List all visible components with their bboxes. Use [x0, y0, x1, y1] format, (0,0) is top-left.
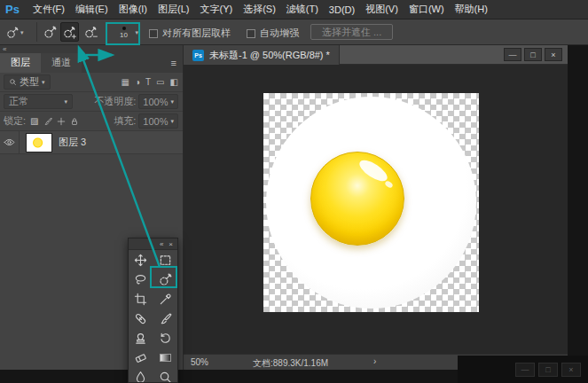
blend-opacity-row: 正常 ▾ 不透明度: 100% ▾ [0, 92, 183, 112]
type-filter-icon[interactable]: T [145, 77, 151, 87]
eraser-icon [134, 351, 147, 364]
yolk-highlight-small [384, 180, 394, 189]
background-minimize-button[interactable]: — [515, 363, 535, 377]
photoshop-window: Ps 文件(F) 编辑(E) 图像(I) 图层(L) 文字(Y) 选择(S) 滤… [0, 0, 588, 383]
tool-preset-picker[interactable]: ▾ [4, 23, 34, 42]
auto-enhance-label: 自动增强 [260, 27, 299, 40]
chevron-down-icon: ▾ [42, 79, 45, 86]
menu-select[interactable]: 选择(S) [238, 3, 281, 16]
gradient-tool-button[interactable] [153, 348, 178, 367]
menu-edit[interactable]: 编辑(E) [70, 3, 114, 16]
menu-file[interactable]: 文件(F) [27, 3, 70, 16]
subtract-from-selection-icon [84, 26, 98, 39]
lock-label: 锁定: [4, 114, 26, 128]
new-selection-icon [43, 26, 57, 39]
background-close-button[interactable]: × [561, 363, 581, 377]
tools-panel: « × [128, 238, 178, 383]
layer-row[interactable]: 图层 3 [0, 131, 183, 154]
close-button[interactable]: × [545, 48, 562, 61]
lock-fill-row: 锁定: ▨ 填充: 100% ▾ [0, 112, 183, 131]
eyedropper-icon [159, 293, 172, 306]
lock-all-icon[interactable] [70, 117, 79, 126]
close-panel-icon[interactable]: × [169, 240, 173, 248]
sample-all-layers-checkbox[interactable]: 对所有图层取样 [149, 27, 231, 40]
dodge-icon [159, 371, 172, 383]
blur-tool-button[interactable] [129, 367, 153, 383]
kind-label: 类型 [20, 75, 39, 89]
filter-kind-dropdown[interactable]: 类型 ▾ [4, 74, 51, 90]
menu-view[interactable]: 视图(V) [360, 3, 404, 16]
maximize-button[interactable]: □ [524, 48, 542, 61]
lock-pixels-brush-icon[interactable] [43, 117, 52, 126]
menu-3d[interactable]: 3D(D) [324, 4, 360, 15]
eye-icon [4, 137, 15, 148]
document-size-info: 文档:889.3K/1.16M [253, 357, 328, 370]
tab-channels[interactable]: 通道 [41, 53, 82, 73]
menu-layer[interactable]: 图层(L) [153, 3, 194, 16]
menu-help[interactable]: 帮助(H) [450, 3, 493, 16]
chevron-down-icon: ▾ [20, 29, 24, 36]
spot-healing-tool-button[interactable] [129, 309, 153, 328]
clone-stamp-icon [134, 332, 147, 345]
brush-tool-button[interactable] [153, 309, 178, 328]
egg-white [266, 97, 476, 309]
canvas[interactable] [184, 65, 568, 354]
status-options-arrow[interactable]: › [373, 356, 376, 366]
menu-filter[interactable]: 滤镜(T) [281, 3, 324, 16]
panel-tabs: 图层 通道 ≡ [0, 54, 183, 73]
opacity-label: 不透明度: [94, 95, 136, 108]
tools-panel-header: « × [129, 238, 177, 250]
collapse-panel-icon[interactable]: « [160, 240, 163, 248]
fill-label: 填充: [114, 114, 136, 128]
smart-filter-icon[interactable]: ◧ [170, 77, 178, 87]
egg-yolk [310, 152, 404, 246]
background-maximize-button[interactable]: □ [538, 363, 558, 377]
sample-all-layers-label: 对所有图层取样 [162, 27, 231, 40]
menu-window[interactable]: 窗口(W) [404, 3, 450, 16]
document-tab[interactable]: Ps 未标题-1 @ 50%(RGB/8#) * [184, 45, 340, 65]
new-selection-button[interactable] [41, 22, 59, 42]
menu-type[interactable]: 文字(Y) [194, 3, 238, 16]
image-transparent-background [263, 93, 479, 312]
photoshop-logo: Ps [5, 3, 20, 16]
rectangular-marquee-icon [159, 254, 172, 267]
lock-position-icon[interactable] [57, 117, 66, 126]
menu-image[interactable]: 图像(I) [114, 3, 153, 16]
add-to-selection-button[interactable] [60, 22, 79, 42]
panel-menu-icon[interactable]: ≡ [171, 58, 176, 68]
history-brush-tool-button[interactable] [153, 328, 178, 348]
lasso-icon [134, 273, 147, 286]
layer-visibility-toggle[interactable] [0, 131, 20, 153]
highlight-box-brush-size [106, 22, 140, 45]
fill-value: 100% [143, 116, 168, 127]
collapse-panel-icon[interactable]: « [3, 45, 6, 53]
crop-tool-button[interactable] [129, 289, 153, 309]
auto-enhance-checkbox[interactable]: 自动增强 [247, 27, 299, 40]
pixel-filter-icon[interactable]: ▦ [121, 77, 129, 87]
layer-name[interactable]: 图层 3 [59, 136, 86, 149]
layer-filter-row: 类型 ▾ ▦ ◑ T ▭ ◧ [0, 73, 183, 92]
document-tab-strip: Ps 未标题-1 @ 50%(RGB/8#) * — □ × [184, 45, 568, 65]
crop-icon [134, 293, 147, 306]
shape-filter-icon[interactable]: ▭ [156, 77, 164, 87]
opacity-value-dropdown[interactable]: 100% ▾ [138, 94, 178, 109]
document-tab-title: 未标题-1 @ 50%(RGB/8#) * [209, 49, 330, 62]
document-file-icon: Ps [192, 50, 204, 61]
separator [36, 22, 37, 42]
layer-thumbnail[interactable] [26, 133, 52, 152]
select-and-mask-button[interactable]: 选择并遮住 ... [310, 24, 393, 40]
dodge-tool-button[interactable] [153, 367, 178, 383]
eraser-tool-button[interactable] [129, 348, 153, 367]
eyedropper-tool-button[interactable] [153, 289, 178, 309]
subtract-from-selection-button[interactable] [82, 22, 100, 42]
fill-value-dropdown[interactable]: 100% ▾ [138, 113, 178, 129]
lock-transparency-icon[interactable]: ▨ [30, 116, 38, 126]
zoom-level-field[interactable]: 50% [191, 357, 208, 367]
minimize-button[interactable]: — [504, 48, 521, 61]
blend-mode-dropdown[interactable]: 正常 ▾ [4, 94, 73, 109]
adjustment-filter-icon[interactable]: ◑ [135, 77, 140, 87]
clone-stamp-tool-button[interactable] [129, 328, 153, 348]
opacity-group: 不透明度: 100% ▾ [94, 94, 178, 109]
tab-layers[interactable]: 图层 [0, 53, 41, 73]
add-to-selection-icon [63, 26, 76, 39]
